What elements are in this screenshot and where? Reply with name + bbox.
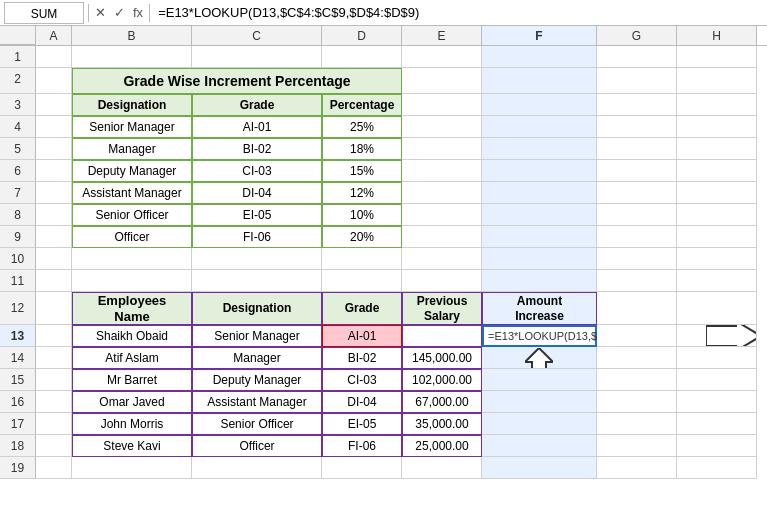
cell-h4[interactable]: [677, 116, 757, 138]
cell-a16[interactable]: [36, 391, 72, 413]
cell-b19[interactable]: [72, 457, 192, 479]
cell-b6[interactable]: Deputy Manager: [72, 160, 192, 182]
cell-f7[interactable]: [482, 182, 597, 204]
cell-c9[interactable]: FI-06: [192, 226, 322, 248]
cell-h8[interactable]: [677, 204, 757, 226]
cell-b1[interactable]: [72, 46, 192, 68]
cell-d3[interactable]: Percentage: [322, 94, 402, 116]
cell-e12[interactable]: PreviousSalary: [402, 292, 482, 325]
cell-g8[interactable]: [597, 204, 677, 226]
cell-e10[interactable]: [402, 248, 482, 270]
cell-g10[interactable]: [597, 248, 677, 270]
function-icon[interactable]: fx: [131, 5, 145, 20]
cell-e14[interactable]: 145,000.00: [402, 347, 482, 369]
cell-b14[interactable]: Atif Aslam: [72, 347, 192, 369]
cell-d18[interactable]: FI-06: [322, 435, 402, 457]
cell-e15[interactable]: 102,000.00: [402, 369, 482, 391]
cell-e18[interactable]: 25,000.00: [402, 435, 482, 457]
cell-e13[interactable]: [402, 325, 482, 347]
cell-d16[interactable]: DI-04: [322, 391, 402, 413]
col-header-g[interactable]: G: [597, 26, 677, 45]
cell-c18[interactable]: Officer: [192, 435, 322, 457]
cell-e9[interactable]: [402, 226, 482, 248]
cell-d13[interactable]: AI-01: [322, 325, 402, 347]
cell-c17[interactable]: Senior Officer: [192, 413, 322, 435]
cell-f5[interactable]: [482, 138, 597, 160]
cell-c15[interactable]: Deputy Manager: [192, 369, 322, 391]
cell-a5[interactable]: [36, 138, 72, 160]
name-box[interactable]: SUM: [4, 2, 84, 24]
cell-g7[interactable]: [597, 182, 677, 204]
cell-h1[interactable]: [677, 46, 757, 68]
cell-d5[interactable]: 18%: [322, 138, 402, 160]
cell-d12[interactable]: Grade: [322, 292, 402, 325]
cell-g3[interactable]: [597, 94, 677, 116]
cell-b18[interactable]: Steve Kavi: [72, 435, 192, 457]
cell-f19[interactable]: [482, 457, 597, 479]
cell-a4[interactable]: [36, 116, 72, 138]
cell-f10[interactable]: [482, 248, 597, 270]
cell-a19[interactable]: [36, 457, 72, 479]
cell-b7[interactable]: Assistant Manager: [72, 182, 192, 204]
cell-h16[interactable]: [677, 391, 757, 413]
cell-a1[interactable]: [36, 46, 72, 68]
cell-f17[interactable]: [482, 413, 597, 435]
cell-h6[interactable]: [677, 160, 757, 182]
cell-e16[interactable]: 67,000.00: [402, 391, 482, 413]
cell-a15[interactable]: [36, 369, 72, 391]
cell-b13[interactable]: Shaikh Obaid: [72, 325, 192, 347]
cell-b10[interactable]: [72, 248, 192, 270]
cell-g11[interactable]: [597, 270, 677, 292]
cell-e11[interactable]: [402, 270, 482, 292]
cell-a9[interactable]: [36, 226, 72, 248]
cell-title[interactable]: Grade Wise Increment Percentage: [72, 68, 402, 94]
cell-a13[interactable]: [36, 325, 72, 347]
cell-g12[interactable]: [597, 292, 677, 325]
cell-f8[interactable]: [482, 204, 597, 226]
cell-a3[interactable]: [36, 94, 72, 116]
cell-e2[interactable]: [402, 68, 482, 94]
cell-h7[interactable]: [677, 182, 757, 204]
cell-c12[interactable]: Designation: [192, 292, 322, 325]
cell-e7[interactable]: [402, 182, 482, 204]
cell-d4[interactable]: 25%: [322, 116, 402, 138]
cell-a12[interactable]: [36, 292, 72, 325]
cell-f18[interactable]: [482, 435, 597, 457]
cell-a8[interactable]: [36, 204, 72, 226]
cell-b15[interactable]: Mr Barret: [72, 369, 192, 391]
formula-input[interactable]: [154, 2, 763, 24]
cell-a6[interactable]: [36, 160, 72, 182]
cell-h5[interactable]: [677, 138, 757, 160]
cancel-icon[interactable]: ✕: [93, 5, 108, 20]
cell-c16[interactable]: Assistant Manager: [192, 391, 322, 413]
cell-e1[interactable]: [402, 46, 482, 68]
col-header-f[interactable]: F: [482, 26, 597, 45]
cell-b16[interactable]: Omar Javed: [72, 391, 192, 413]
cell-d11[interactable]: [322, 270, 402, 292]
cell-g2[interactable]: [597, 68, 677, 94]
cell-f1[interactable]: [482, 46, 597, 68]
cell-c13[interactable]: Senior Manager: [192, 325, 322, 347]
cell-h9[interactable]: [677, 226, 757, 248]
cell-g16[interactable]: [597, 391, 677, 413]
cell-f9[interactable]: [482, 226, 597, 248]
cell-g15[interactable]: [597, 369, 677, 391]
cell-c4[interactable]: AI-01: [192, 116, 322, 138]
cell-g1[interactable]: [597, 46, 677, 68]
cell-e17[interactable]: 35,000.00: [402, 413, 482, 435]
cell-e6[interactable]: [402, 160, 482, 182]
cell-h3[interactable]: [677, 94, 757, 116]
col-header-a[interactable]: A: [36, 26, 72, 45]
cell-f3[interactable]: [482, 94, 597, 116]
cell-a11[interactable]: [36, 270, 72, 292]
cell-b12[interactable]: EmployeesName: [72, 292, 192, 325]
cell-f13[interactable]: =E13*LOOKUP(D13,$C$4:$C$9,$D$4:$D$9): [482, 325, 597, 347]
cell-c5[interactable]: BI-02: [192, 138, 322, 160]
confirm-icon[interactable]: ✓: [112, 5, 127, 20]
col-header-b[interactable]: B: [72, 26, 192, 45]
cell-g17[interactable]: [597, 413, 677, 435]
cell-e4[interactable]: [402, 116, 482, 138]
cell-h11[interactable]: [677, 270, 757, 292]
cell-c11[interactable]: [192, 270, 322, 292]
cell-g9[interactable]: [597, 226, 677, 248]
